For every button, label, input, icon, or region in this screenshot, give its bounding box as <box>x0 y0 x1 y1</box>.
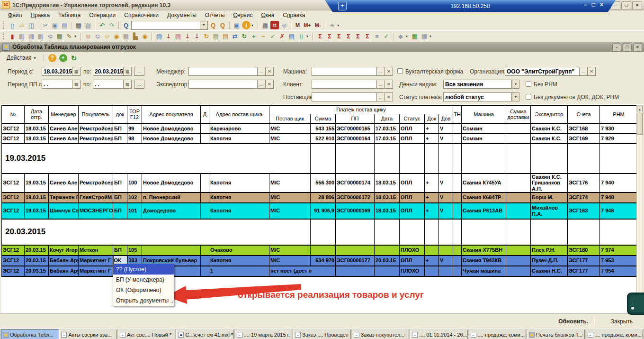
header-tn[interactable]: ТН <box>453 106 462 124</box>
cell-dov[interactable]: V <box>439 134 453 144</box>
taskbar-item[interactable]: AС...\счет см 41.mxl * <box>176 330 233 339</box>
rdp-minimize-button[interactable]: – <box>584 1 587 8</box>
calculator-icon[interactable]: ▦ <box>261 21 269 29</box>
cell-dov[interactable]: V <box>439 174 453 192</box>
coins-minus-icon[interactable]: − <box>259 32 268 41</box>
cell-d[interactable] <box>201 192 209 203</box>
table-row[interactable]: ЭСГ1219.03.15Шимчук СвМОСЭНЕРГОБП101Домо… <box>2 203 638 219</box>
cell-suppl_addr[interactable]: Капотня <box>209 203 269 219</box>
cell-dov[interactable]: V <box>439 256 453 266</box>
cell-torg[interactable]: 100 <box>127 174 142 192</box>
cell-exped[interactable]: Плех Р.Н. <box>531 245 568 256</box>
header-status[interactable]: Статус <box>400 114 425 124</box>
refresh-button[interactable]: Обновить. <box>555 317 591 326</box>
cell-accounts[interactable]: ЭСГ168 <box>568 124 600 134</box>
cell-tn[interactable] <box>453 192 462 203</box>
menu-Правка[interactable]: Правка <box>27 11 54 19</box>
period-to-input[interactable]: 20.03.2015 <box>93 67 124 76</box>
contractors-icon[interactable]: ☺ <box>46 32 54 41</box>
coins-icon-2[interactable]: ◉ <box>141 32 149 41</box>
calendar-picker-icon[interactable]: ▦ <box>72 67 80 76</box>
report-sum-person-icon[interactable]: Σ <box>316 32 324 41</box>
cell-d[interactable] <box>201 134 209 144</box>
header-buyer[interactable]: Покупатель <box>79 106 113 124</box>
report-sum-doc-icon-3[interactable]: Σ <box>363 32 372 41</box>
cell-machine[interactable]: Сомкин <box>462 124 506 134</box>
buh-form-checkbox[interactable] <box>397 68 403 74</box>
cell-exped[interactable]: Саакян Н.С. <box>531 266 568 276</box>
coins-icon[interactable]: ◉ <box>112 32 121 41</box>
cell-num[interactable]: ЭСГ12 <box>2 192 25 203</box>
cell-buyer_addr[interactable]: Новое Домодедово <box>142 134 201 144</box>
bank-icon[interactable]: ▦ <box>122 32 130 41</box>
cell-suppl_addr[interactable]: Капотня <box>209 134 269 144</box>
paste-icon[interactable]: ▤ <box>60 21 69 29</box>
cell-date[interactable]: 19.03.15 <box>25 203 49 219</box>
expeditor-input[interactable] <box>188 80 258 89</box>
cell-rnm[interactable]: 7 954 <box>600 266 638 276</box>
memory-m-minus-button[interactable]: M- <box>313 21 322 29</box>
table-row[interactable]: ЭСГ1218.03.15Синев АлеРемстройсерБП98Нов… <box>2 134 638 144</box>
header-dk[interactable]: Док <box>425 114 439 124</box>
calendar-picker-icon[interactable]: ▦ <box>124 67 132 76</box>
fill-color-icon[interactable]: ◆ <box>396 32 405 41</box>
dropdown-caret-icon[interactable]: ▾ <box>74 34 78 38</box>
client-clear-button[interactable]: ✕ <box>385 80 393 89</box>
header-supplier[interactable]: Постав щик <box>269 114 311 124</box>
cell-status[interactable]: ОПЛ <box>400 134 425 144</box>
cell-dov[interactable]: V <box>439 203 453 219</box>
save-icon[interactable]: ◫ <box>27 21 36 29</box>
cell-buyer[interactable]: Меткон <box>79 245 113 256</box>
manager-clear-button[interactable]: ✕ <box>266 67 274 76</box>
period-more-button[interactable]: ... <box>134 67 144 76</box>
cell-dok[interactable]: БП <box>113 245 127 256</box>
cell-supplier[interactable]: М/С <box>269 174 311 192</box>
doc-torg-icon[interactable]: ▤ <box>221 32 230 41</box>
cell-buyer_addr[interactable]: Домодедово <box>142 203 201 219</box>
machine-input[interactable] <box>312 67 377 76</box>
menu-Справка[interactable]: Справка <box>278 11 309 19</box>
planning-table[interactable]: №Дата отгр.МенеджерПокупательдокТОР Г12А… <box>1 105 638 277</box>
cell-accounts[interactable]: ЭСГ176 <box>568 174 600 192</box>
cell-summa[interactable]: 91 906,9 <box>311 203 336 219</box>
table-row[interactable]: ЭСГ1218.03.15Синев АлеРемстройсерБП99Нов… <box>2 124 638 134</box>
cell-accounts[interactable]: ЭСГ169 <box>568 134 600 144</box>
taskbar-item[interactable]: ≡Заказ покупател... <box>352 330 409 339</box>
cell-tn[interactable] <box>453 266 462 276</box>
manager-input[interactable] <box>188 67 258 76</box>
print-preview-icon[interactable]: ▧ <box>84 21 92 29</box>
supplier-order-icon[interactable]: ☺ <box>93 32 102 41</box>
taskbar-item[interactable]: ≡Акт све...: Новый * <box>118 330 175 339</box>
cell-supplier[interactable]: М/С <box>269 245 311 256</box>
menu-Справочники[interactable]: Справочники <box>120 11 163 19</box>
sales-doc-icon[interactable]: ▤ <box>155 32 163 41</box>
customer-icon[interactable]: ☺ <box>103 32 111 41</box>
client-more-button[interactable]: ... <box>377 80 385 89</box>
doc-search-icon[interactable]: ▤ <box>212 32 220 41</box>
cell-pp[interactable]: ЭСГ00000177 <box>336 256 375 266</box>
header-dsum[interactable]: Сумма доставки <box>506 106 531 124</box>
cell-status[interactable]: ОПЛ <box>400 192 425 203</box>
context-menu-item[interactable]: ?? (Пустое) <box>113 264 174 275</box>
cell-exped[interactable]: Саакян К.С. Гришанков А.П. <box>531 174 568 192</box>
cell-manager[interactable]: Кочуг Игор <box>49 245 79 256</box>
cell-buyer[interactable]: Ремстройсер <box>79 124 113 134</box>
cell-suppl_addr[interactable]: Капотня <box>209 256 269 266</box>
header-suppl_addr[interactable]: Адрес постав щика <box>209 106 269 124</box>
cell-accounts[interactable]: ЭСГ163 <box>568 203 600 219</box>
cell-supplier[interactable]: М/С <box>269 192 311 203</box>
cell-dov[interactable]: V <box>439 192 453 203</box>
cell-rnm[interactable]: 7 946 <box>600 203 638 219</box>
cell-summa[interactable]: 556 300 <box>311 174 336 192</box>
cell-accounts[interactable]: ЭСГ174 <box>568 192 600 203</box>
cell-pp[interactable]: ЭСГ00000169 <box>336 203 375 219</box>
org-more-button[interactable]: ... <box>580 67 588 76</box>
cell-accounts[interactable]: ЭСГ177 <box>568 266 600 276</box>
context-menu-item[interactable]: Открыть документы ... <box>113 295 174 306</box>
print-icon[interactable]: ▦ <box>74 21 83 29</box>
table-grid-icon[interactable]: ▦ <box>420 32 429 41</box>
cell-pp[interactable]: ЭСГ00000164 <box>336 134 375 144</box>
coins-plus-icon[interactable]: + <box>250 32 258 41</box>
cell-pdate[interactable] <box>375 266 400 276</box>
menu-Сервис[interactable]: Сервис <box>229 11 257 19</box>
